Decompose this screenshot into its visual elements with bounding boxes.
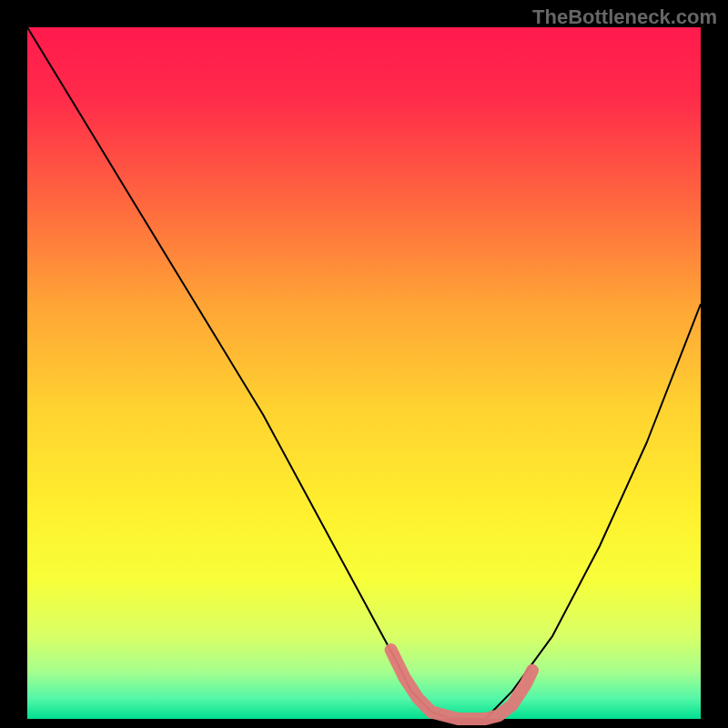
watermark-label: TheBottleneck.com xyxy=(532,5,717,29)
chart-svg xyxy=(0,0,728,728)
bottleneck-chart xyxy=(0,0,728,728)
svg-rect-0 xyxy=(27,27,701,719)
